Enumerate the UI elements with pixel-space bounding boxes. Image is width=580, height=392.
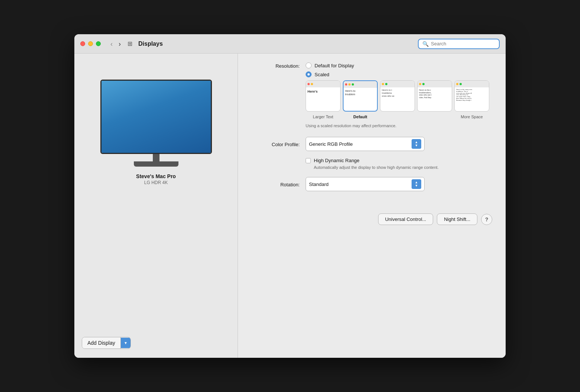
color-profile-label: Color Profile: (251, 141, 300, 147)
night-shift-button[interactable]: Night Shift... (437, 213, 477, 225)
default-resolution-label: Default for Display (315, 63, 354, 68)
add-display-button[interactable]: Add Display ▾ (82, 337, 131, 349)
right-panel: Resolution: Default for Display Scaled (238, 54, 506, 358)
search-input[interactable] (431, 41, 495, 46)
monitor-container: Steve's Mac Pro LG HDR 4K (100, 80, 212, 185)
color-profile-arrows[interactable]: ▲ ▼ (412, 139, 421, 149)
hdr-title: High Dynamic Range (314, 158, 439, 163)
color-profile-value: Generic RGB Profile (309, 141, 412, 147)
search-icon: 🔍 (422, 41, 429, 47)
default-resolution-radio[interactable] (306, 62, 312, 68)
resolution-row: Resolution: Default for Display Scaled (251, 62, 492, 135)
minimize-button[interactable] (88, 41, 93, 46)
hdr-row: High Dynamic Range Automatically adjust … (251, 158, 492, 170)
nav-buttons: ‹ › (108, 40, 123, 48)
monitor-display (100, 80, 212, 154)
help-button[interactable]: ? (481, 214, 492, 225)
grid-button[interactable]: ⊞ (126, 39, 134, 49)
performance-note: Using a scaled resolution may affect per… (306, 123, 489, 128)
scale-cards-container: Here's (306, 80, 489, 119)
traffic-lights (80, 41, 101, 46)
hdr-checkbox[interactable] (306, 158, 311, 163)
rotation-arrows[interactable]: ▲ ▼ (412, 179, 421, 189)
monitor-screen (102, 81, 211, 153)
universal-control-button[interactable]: Universal Control... (378, 213, 434, 225)
hdr-description: Automatically adjust the display to show… (314, 165, 439, 170)
grid-icon: ⊞ (128, 41, 132, 47)
scale-4-label (417, 115, 452, 119)
more-space-label: More Space (454, 115, 489, 119)
color-profile-dropdown[interactable]: Generic RGB Profile ▲ ▼ (306, 137, 425, 151)
content-area: Steve's Mac Pro LG HDR 4K Add Display ▾ … (74, 54, 506, 358)
hdr-text: High Dynamic Range Automatically adjust … (314, 158, 439, 170)
chevron-down-icon: ▾ (125, 340, 127, 346)
monitor-stand-neck (153, 154, 160, 161)
scale-card-default[interactable]: Here's totroublem (343, 80, 378, 112)
rotation-label: Rotation: (251, 181, 300, 187)
left-panel: Steve's Mac Pro LG HDR 4K Add Display ▾ (74, 54, 238, 358)
chevron-down-icon: ▼ (415, 184, 418, 187)
scale-labels: Larger Text Default More Space (306, 115, 489, 119)
maximize-button[interactable] (96, 41, 101, 46)
larger-text-label: Larger Text (306, 115, 341, 119)
scale-card-3[interactable]: Here's to ttroublemaones who se (380, 80, 415, 112)
scale-card-larger-text[interactable]: Here's (306, 80, 341, 112)
default-resolution-option[interactable]: Default for Display (306, 62, 489, 68)
color-profile-row: Color Profile: Generic RGB Profile ▲ ▼ (251, 137, 492, 151)
scaled-resolution-option[interactable]: Scaled (306, 71, 489, 77)
add-display-main-button[interactable]: Add Display (82, 337, 121, 348)
resolution-options: Default for Display Scaled (306, 62, 489, 135)
scaled-resolution-label: Scaled (315, 72, 329, 77)
titlebar: ‹ › ⊞ Displays 🔍 (74, 34, 506, 54)
monitor-name: Steve's Mac Pro (136, 173, 176, 179)
scaled-resolution-radio[interactable] (306, 71, 312, 77)
left-bottom: Add Display ▾ (82, 337, 230, 349)
rotation-value: Standard (309, 181, 412, 187)
scale-3-label (380, 115, 415, 119)
search-box[interactable]: 🔍 (418, 39, 500, 49)
window-title: Displays (138, 41, 163, 47)
chevron-down-icon: ▼ (415, 144, 418, 147)
bottom-buttons: Universal Control... Night Shift... ? (251, 213, 492, 225)
monitor-info: Steve's Mac Pro LG HDR 4K (136, 173, 176, 185)
close-button[interactable] (80, 41, 85, 46)
scale-card-more-space[interactable]: Here's to the crazy onestroublema. The r… (454, 80, 489, 112)
scale-cards: Here's (306, 80, 489, 112)
default-label: Default (343, 115, 378, 119)
back-button[interactable]: ‹ (108, 40, 115, 48)
add-display-arrow-button[interactable]: ▾ (121, 338, 130, 348)
resolution-label: Resolution: (251, 62, 300, 69)
scale-card-4[interactable]: Here's to the ctroublemakers,ones who se… (417, 80, 452, 112)
rotation-row: Rotation: Standard ▲ ▼ (251, 177, 492, 191)
monitor-stand-base (134, 161, 178, 167)
forward-button[interactable]: › (116, 40, 123, 48)
rotation-dropdown[interactable]: Standard ▲ ▼ (306, 177, 425, 191)
system-preferences-window: ‹ › ⊞ Displays 🔍 Steve's Mac Pro LG HDR … (74, 34, 506, 358)
monitor-model: LG HDR 4K (136, 180, 176, 185)
